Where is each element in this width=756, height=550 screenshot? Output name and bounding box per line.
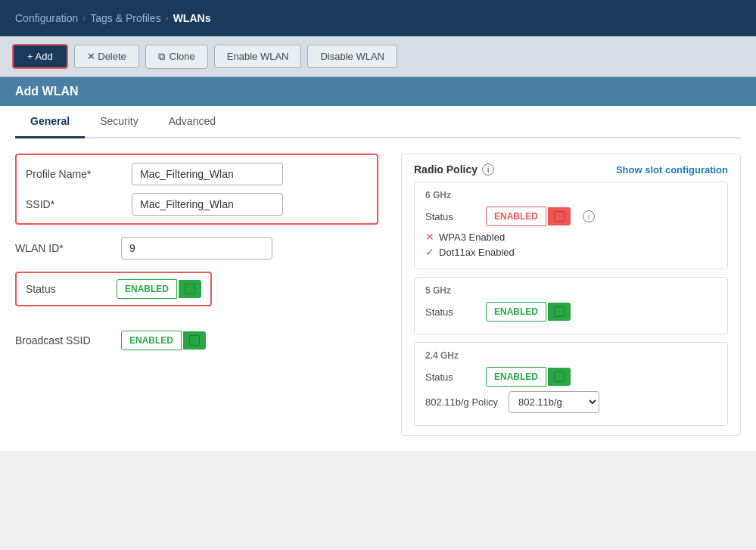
nav-chevron-1: › (82, 13, 86, 23)
nav-tags-profiles[interactable]: Tags & Profiles (90, 12, 160, 24)
show-slot-link[interactable]: Show slot configuration (616, 164, 728, 176)
freq-6ghz-label: 6 GHz (425, 190, 717, 200)
status-group: Status ENABLED (15, 272, 212, 306)
freq-5ghz-label: 5 GHz (425, 285, 717, 296)
ghz6-toggle-label[interactable]: ENABLED (486, 207, 546, 226)
freq-24ghz-status-row: Status ENABLED (425, 367, 717, 387)
freq-5ghz-section: 5 GHz Status ENABLED (414, 277, 728, 334)
ghz5-status-toggle[interactable]: ENABLED (486, 302, 571, 322)
wlan-id-input[interactable] (121, 237, 272, 259)
ghz5-toggle-label[interactable]: ENABLED (486, 302, 546, 322)
freq-24ghz-status-label: Status (425, 371, 478, 383)
ghz24-toggle-box[interactable] (548, 368, 571, 386)
status-toggle-box[interactable] (179, 280, 201, 298)
enable-wlan-button[interactable]: Enable WLAN (214, 45, 302, 68)
tabs-container: General Security Advanced (15, 106, 741, 138)
ghz6-wpa3-item: ✕ WPA3 Enabled (425, 231, 717, 243)
broadcast-toggle-label[interactable]: ENABLED (121, 331, 182, 350)
form-left: Profile Name* SSID* WLAN ID* Status (15, 154, 378, 436)
main-content: Add WLAN General Security Advanced Profi… (0, 77, 756, 451)
tab-general[interactable]: General (15, 106, 85, 138)
nav-current-page: WLANs (173, 12, 211, 24)
tab-security[interactable]: Security (85, 106, 154, 138)
freq-24ghz-section: 2.4 GHz Status ENABLED 802.11b/g P (414, 342, 728, 426)
freq-24ghz-policy-row: 802.11b/g Policy 802.11b/g802.11b802.11g (425, 391, 717, 413)
broadcast-ssid-row: Broadcast SSID ENABLED (15, 331, 378, 350)
ghz6-dot11ax-icon: ✓ (425, 246, 434, 258)
wlan-id-row: WLAN ID* (15, 237, 378, 259)
wlan-id-label: WLAN ID* (15, 242, 121, 254)
ssid-row: SSID* (26, 193, 368, 216)
profile-name-row: Profile Name* (26, 163, 368, 185)
disable-wlan-button[interactable]: Disable WLAN (307, 45, 397, 68)
profile-ssid-group: Profile Name* SSID* (15, 154, 378, 225)
clone-icon: ⧉ (158, 51, 165, 63)
profile-name-input[interactable] (132, 163, 283, 185)
radio-policy-title-row: Radio Policy i Show slot configuration (414, 163, 728, 176)
radio-policy-panel: Radio Policy i Show slot configuration 6… (401, 154, 741, 436)
toolbar: + Add ✕ Delete ⧉ Clone Enable WLAN Disab… (0, 36, 756, 77)
radio-policy-title-text: Radio Policy (414, 163, 478, 176)
panel-header: Add WLAN (0, 77, 756, 106)
ghz6-dot11ax-label: Dot11ax Enabled (439, 247, 515, 258)
nav-chevron-2: › (166, 13, 169, 23)
ghz6-wpa3-label: WPA3 Enabled (439, 231, 505, 243)
clone-button[interactable]: ⧉ Clone (145, 45, 208, 69)
panel-body: General Security Advanced Profile Name* … (0, 106, 756, 451)
status-toggle-label[interactable]: ENABLED (117, 279, 177, 299)
freq-24ghz-policy-label: 802.11b/g Policy (425, 396, 501, 408)
status-toggle[interactable]: ENABLED (117, 279, 201, 299)
ghz6-status-toggle[interactable]: ENABLED (486, 207, 571, 226)
broadcast-toggle-indicator (189, 335, 200, 346)
clone-label: Clone (170, 51, 195, 62)
freq-5ghz-status-label: Status (425, 306, 478, 318)
tab-advanced[interactable]: Advanced (154, 106, 231, 138)
ghz24-toggle-label[interactable]: ENABLED (486, 367, 546, 387)
ghz6-wpa3-icon: ✕ (425, 231, 434, 243)
freq-6ghz-status-row: Status ENABLED i (425, 207, 717, 226)
status-toggle-indicator (185, 284, 195, 294)
ghz6-toggle-indicator (554, 211, 565, 222)
ghz24-status-toggle[interactable]: ENABLED (486, 367, 571, 387)
ghz5-toggle-box[interactable] (548, 303, 571, 321)
nav-configuration[interactable]: Configuration (15, 12, 78, 24)
broadcast-ssid-toggle[interactable]: ENABLED (121, 331, 206, 350)
top-nav: Configuration › Tags & Profiles › WLANs (0, 0, 756, 36)
ssid-label: SSID* (26, 198, 132, 210)
freq-24ghz-label: 2.4 GHz (425, 350, 717, 361)
freq-24ghz-policy-select[interactable]: 802.11b/g802.11b802.11g (509, 391, 599, 413)
panel-title: Add WLAN (15, 85, 79, 98)
ghz24-toggle-indicator (554, 371, 565, 382)
freq-6ghz-section: 6 GHz Status ENABLED i (414, 182, 728, 269)
status-label: Status (26, 283, 117, 295)
ghz5-toggle-indicator (554, 306, 565, 317)
form-right: Radio Policy i Show slot configuration 6… (401, 154, 741, 436)
freq-5ghz-status-row: Status ENABLED (425, 302, 717, 322)
ghz6-dot11ax-item: ✓ Dot11ax Enabled (425, 246, 717, 258)
ghz6-info-icon[interactable]: i (583, 210, 595, 222)
broadcast-toggle-box[interactable] (183, 331, 206, 350)
freq-6ghz-status-label: Status (425, 211, 478, 222)
ssid-input[interactable] (132, 193, 283, 216)
add-button[interactable]: + Add (12, 44, 68, 69)
profile-name-label: Profile Name* (26, 168, 132, 180)
delete-button[interactable]: ✕ Delete (74, 45, 139, 68)
form-content: Profile Name* SSID* WLAN ID* Status (15, 154, 741, 436)
ghz6-toggle-box[interactable] (548, 207, 571, 225)
broadcast-ssid-label: Broadcast SSID (15, 334, 121, 346)
radio-policy-info-icon[interactable]: i (482, 163, 494, 176)
